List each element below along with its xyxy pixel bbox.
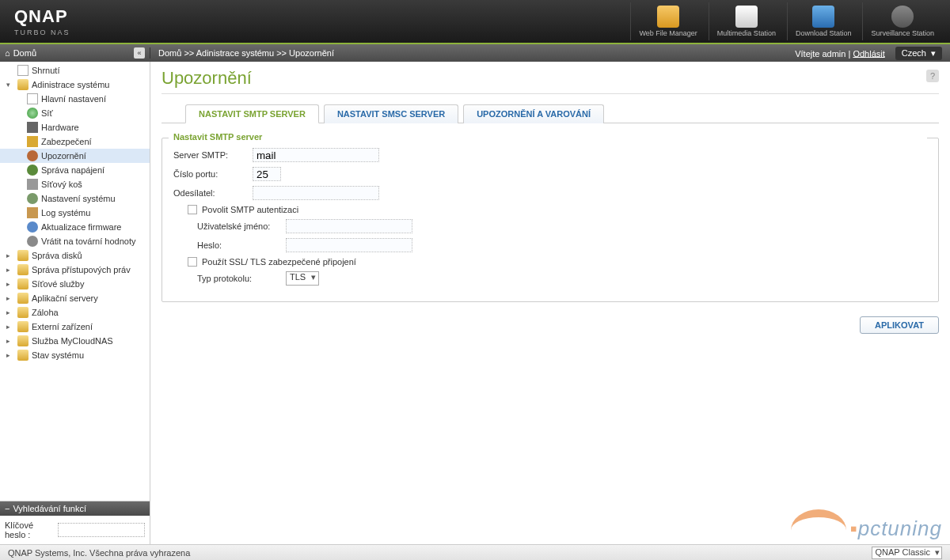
tab-0[interactable]: NASTAVIT SMTP SERVER xyxy=(185,104,319,123)
row-sender: Odesílatel: xyxy=(173,186,927,200)
trash-icon xyxy=(27,179,38,190)
update-icon xyxy=(27,221,38,233)
auth-checkbox[interactable] xyxy=(188,205,197,214)
brand-tagline: TURBO NAS xyxy=(14,28,630,36)
tree-toggle-icon: ▸ xyxy=(6,252,14,259)
user-input[interactable] xyxy=(286,219,412,233)
sidebar-item-externí-zařízení[interactable]: ▸Externí zařízení xyxy=(0,320,150,334)
tree-label: Hlavní nastavení xyxy=(41,94,106,104)
row-user: Uživatelské jméno: xyxy=(173,219,927,233)
sidebar-item-síťový-koš[interactable]: Síťový koš xyxy=(0,177,150,191)
bell-icon xyxy=(27,150,38,161)
apply-button[interactable]: APLIKOVAT xyxy=(860,316,939,334)
sidebar-item-shrnutí[interactable]: Shrnutí xyxy=(0,63,150,78)
search-label: Klíčové heslo : xyxy=(5,520,53,539)
search-input[interactable] xyxy=(58,523,145,537)
sidebar-item-aplikační-servery[interactable]: ▸Aplikační servery xyxy=(0,291,150,305)
page-icon xyxy=(27,93,38,104)
tab-2[interactable]: UPOZORNĚNÍ A VAROVÁNÍ xyxy=(463,104,604,123)
page-title: Upozornění xyxy=(162,68,939,94)
smtp-input[interactable] xyxy=(253,148,379,162)
sidebar-item-nastavení-systému[interactable]: Nastavení systému xyxy=(0,191,150,206)
tree-label: Stav systému xyxy=(32,350,84,360)
language-value: Czech xyxy=(902,48,926,58)
sidebar-item-síť[interactable]: Síť xyxy=(0,106,150,120)
tree-toggle-icon: ▸ xyxy=(6,308,14,316)
proto-select[interactable]: TLS xyxy=(286,271,319,286)
tree-toggle-icon: ▸ xyxy=(6,266,14,274)
sidebar-collapse-button[interactable]: « xyxy=(134,47,145,59)
tree-label: Nastavení systému xyxy=(41,194,116,203)
logout-link[interactable]: Odhlásit xyxy=(853,48,884,58)
sender-label: Odesílatel: xyxy=(173,188,253,198)
folder-icon xyxy=(17,350,28,361)
tree-toggle-icon: ▸ xyxy=(6,294,14,302)
auth-label: Povolit SMTP autentizaci xyxy=(202,205,298,214)
app-download[interactable]: Download Station xyxy=(787,2,860,40)
sidebar-item-záloha[interactable]: ▸Záloha xyxy=(0,305,150,320)
brand-name: QNAP xyxy=(14,6,630,27)
folder-icon xyxy=(17,250,28,261)
sidebar-item-hlavní-nastavení[interactable]: Hlavní nastavení xyxy=(0,92,150,106)
folder-icon xyxy=(17,321,28,332)
sidebar-item-zabezpečení[interactable]: Zabezpečení xyxy=(0,134,150,149)
tree-label: Síťové služby xyxy=(32,279,85,289)
sidebar-item-aktualizace-firmware[interactable]: Aktualizace firmware xyxy=(0,220,150,234)
ssl-checkbox[interactable] xyxy=(188,257,197,267)
sidebar-item-log-systému[interactable]: Log systému xyxy=(0,206,150,220)
tree-toggle-icon: ▸ xyxy=(6,280,14,288)
tab-1[interactable]: NASTAVIT SMSC SERVER xyxy=(324,104,458,123)
app-media[interactable]: Multimedia Station xyxy=(709,2,784,40)
tree-label: Správa přístupových práv xyxy=(32,265,131,274)
sidebar-item-služba-mycloudnas[interactable]: ▸Služba MyCloudNAS xyxy=(0,334,150,348)
sidebar-item-správa-přístupových-práv[interactable]: ▸Správa přístupových práv xyxy=(0,263,150,277)
sidebar-item-správa-napájení[interactable]: Správa napájení xyxy=(0,163,150,177)
sidebar-item-stav-systému[interactable]: ▸Stav systému xyxy=(0,348,150,362)
tree-label: Zabezpečení xyxy=(41,137,92,146)
search-header[interactable]: − Vyhledávání funkcí xyxy=(0,501,150,516)
language-select[interactable]: Czech ▾ xyxy=(895,47,942,60)
folder-icon xyxy=(17,264,28,275)
welcome-text: Vítejte admin xyxy=(795,48,846,58)
tree-label: Správa napájení xyxy=(41,165,104,175)
app-header: QNAP TURBO NAS Web File ManagerMultimedi… xyxy=(0,0,950,44)
app-label: Web File Manager xyxy=(639,29,697,37)
search-body: Klíčové heslo : xyxy=(0,516,150,544)
app-surveil[interactable]: Surveillance Station xyxy=(862,2,942,40)
smtp-label: Server SMTP: xyxy=(173,150,253,160)
pass-input[interactable] xyxy=(286,238,412,252)
page-icon xyxy=(17,65,28,76)
smtp-fieldset: Nastavit SMTP server Server SMTP: Číslo … xyxy=(162,138,939,302)
media-icon xyxy=(735,6,758,28)
row-ssl: Použít SSL/ TLS zabezpečené připojení xyxy=(173,257,927,267)
sidebar-item-upozornění[interactable]: Upozornění xyxy=(0,149,150,163)
home-label[interactable]: Domů xyxy=(10,48,134,58)
tree-label: Síťový koš xyxy=(41,180,82,189)
folder-icon xyxy=(17,293,28,304)
footer: QNAP Systems, Inc. Všechna práva vyhraze… xyxy=(0,544,950,560)
breadcrumb[interactable]: Domů >> Adinistrace systému >> Upozorněn… xyxy=(150,48,787,58)
folder-icon xyxy=(17,79,28,90)
row-port: Číslo portu: xyxy=(173,167,927,181)
app-folder[interactable]: Web File Manager xyxy=(630,2,705,40)
port-input[interactable] xyxy=(253,167,281,181)
tree-label: Aplikační servery xyxy=(32,293,98,303)
footer-right: QNAP Classic xyxy=(872,547,942,559)
net-icon xyxy=(27,108,38,119)
theme-select[interactable]: QNAP Classic xyxy=(872,547,942,559)
sidebar-item-hardware[interactable]: Hardware xyxy=(0,120,150,134)
tree-label: Služba MyCloudNAS xyxy=(32,336,113,346)
sidebar: Shrnutí▾Adinistrace systémuHlavní nastav… xyxy=(0,62,150,544)
sidebar-item-správa-disků[interactable]: ▸Správa disků xyxy=(0,248,150,263)
help-icon[interactable]: ? xyxy=(926,70,939,82)
sidebar-item-vrátit-na-tovární-hodnoty[interactable]: Vrátit na tovární hodnoty xyxy=(0,234,150,248)
nav-tree: Shrnutí▾Adinistrace systémuHlavní nastav… xyxy=(0,62,150,501)
sidebar-item-adinistrace-systému[interactable]: ▾Adinistrace systému xyxy=(0,78,150,92)
reset-icon xyxy=(27,236,38,247)
sidebar-item-síťové-služby[interactable]: ▸Síťové služby xyxy=(0,277,150,291)
tree-label: Vrátit na tovární hodnoty xyxy=(41,236,135,246)
tree-label: Externí zařízení xyxy=(32,322,93,331)
header-apps: Web File ManagerMultimedia StationDownlo… xyxy=(630,2,942,40)
sender-input[interactable] xyxy=(253,186,379,200)
topbar-left: ⌂ Domů « xyxy=(0,47,150,59)
